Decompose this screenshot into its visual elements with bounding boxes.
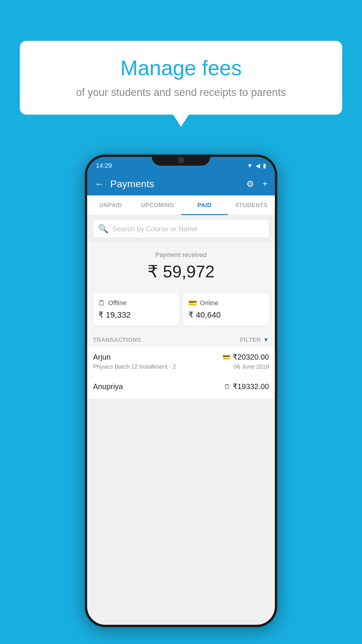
online-amount: ₹ 40,640 — [188, 310, 264, 320]
transaction-amount: ₹20320.00 — [233, 353, 269, 362]
transaction-row-top: Anupriya 🗒 ₹19332.00 — [93, 382, 269, 391]
transaction-amount-wrap: 💳 ₹20320.00 — [222, 353, 269, 362]
payment-received-section: Payment received ₹ 59,972 — [87, 242, 275, 293]
payment-received-label: Payment received — [93, 251, 269, 259]
transaction-name: Arjun — [93, 353, 111, 362]
battery-icon: ▮ — [263, 162, 266, 169]
online-payment-card: 💳 Online ₹ 40,640 — [183, 293, 269, 326]
tab-upcoming[interactable]: UPCOMING — [134, 195, 181, 215]
speech-bubble: Manage fees of your students and send re… — [20, 41, 342, 115]
transaction-amount: ₹19332.00 — [233, 382, 269, 391]
search-icon: 🔍 — [98, 224, 108, 234]
offline-payment-icon: 🗒 — [224, 383, 230, 391]
offline-amount: ₹ 19,332 — [98, 310, 174, 320]
status-icons: ▼ ◀ ▮ — [247, 162, 266, 169]
settings-icon[interactable]: ⚙ — [246, 179, 254, 189]
phone-screen: 14:29 ▼ ◀ ▮ ← Payments ⚙ + UNPAID UPCOMI… — [87, 157, 275, 625]
search-placeholder: Search by Course or Name — [113, 225, 197, 233]
filter-label-text: FILTER — [240, 337, 261, 343]
transactions-header: TRANSACTIONS FILTER ▼ — [87, 331, 275, 347]
transaction-item[interactable]: Arjun 💳 ₹20320.00 Physics Batch 12 Insta… — [87, 347, 275, 376]
transaction-name: Anupriya — [93, 382, 123, 391]
filter-icon: ▼ — [263, 337, 269, 343]
offline-icon: 🗒 — [98, 299, 105, 307]
phone-frame: 14:29 ▼ ◀ ▮ ← Payments ⚙ + UNPAID UPCOMI… — [85, 155, 277, 627]
transaction-row-top: Arjun 💳 ₹20320.00 — [93, 353, 269, 362]
wifi-icon: ▼ — [247, 162, 253, 169]
tabs-bar: UNPAID UPCOMING PAID STUDENTS — [87, 195, 275, 215]
online-card-header: 💳 Online — [188, 299, 264, 307]
add-icon[interactable]: + — [262, 179, 268, 189]
signal-icon: ◀ — [256, 162, 260, 169]
tab-students[interactable]: STUDENTS — [228, 195, 275, 215]
payment-cards: 🗒 Offline ₹ 19,332 💳 Online ₹ 40,640 — [87, 293, 275, 331]
transaction-detail: Physics Batch 12 Installment - 2 — [93, 363, 176, 370]
filter-button[interactable]: FILTER ▼ — [240, 337, 269, 343]
app-bar-actions: ⚙ + — [246, 179, 268, 189]
online-payment-icon: 💳 — [222, 354, 230, 361]
search-bar[interactable]: 🔍 Search by Course or Name — [93, 220, 269, 238]
transactions-label: TRANSACTIONS — [93, 337, 141, 343]
offline-payment-card: 🗒 Offline ₹ 19,332 — [93, 293, 179, 326]
payment-received-amount: ₹ 59,972 — [93, 262, 269, 281]
status-time: 14:29 — [96, 162, 112, 169]
speech-bubble-title: Manage fees — [37, 55, 325, 80]
transaction-row-bottom: Physics Batch 12 Installment - 2 06 June… — [93, 363, 269, 370]
transaction-date: 06 June 2019 — [234, 363, 269, 370]
tab-unpaid[interactable]: UNPAID — [87, 195, 134, 215]
app-bar: ← Payments ⚙ + — [87, 172, 275, 195]
online-label: Online — [200, 299, 219, 307]
transactions-list: Arjun 💳 ₹20320.00 Physics Batch 12 Insta… — [87, 347, 275, 399]
offline-label: Offline — [108, 299, 126, 307]
app-bar-title: Payments — [110, 178, 246, 190]
front-camera — [178, 157, 184, 163]
phone-notch — [152, 155, 210, 166]
back-button[interactable]: ← — [94, 178, 104, 190]
transaction-item[interactable]: Anupriya 🗒 ₹19332.00 — [87, 376, 275, 399]
online-icon: 💳 — [188, 299, 197, 307]
tab-paid[interactable]: PAID — [181, 195, 228, 215]
transaction-amount-wrap: 🗒 ₹19332.00 — [224, 382, 269, 391]
speech-bubble-subtitle: of your students and send receipts to pa… — [37, 86, 325, 99]
offline-card-header: 🗒 Offline — [98, 299, 174, 307]
